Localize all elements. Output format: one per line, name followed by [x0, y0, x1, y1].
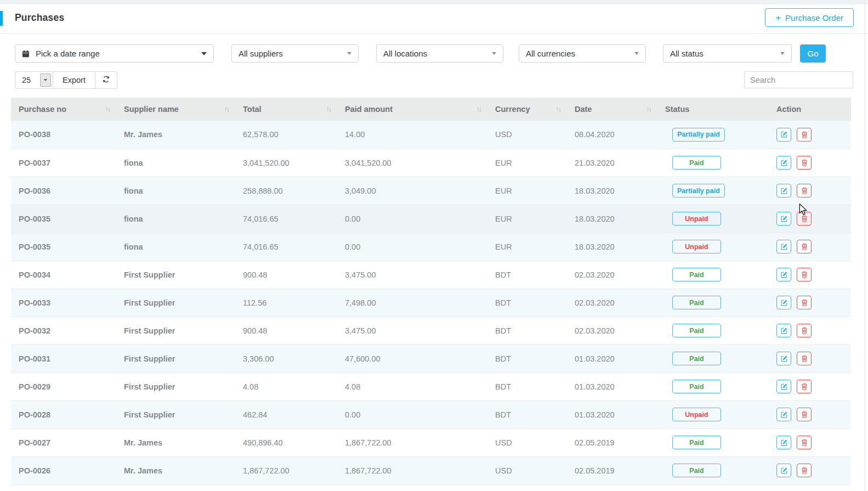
column-header-supplier-name[interactable]: Supplier name↑↓	[116, 98, 235, 121]
cell-status: Partially paid	[657, 121, 769, 149]
sort-icon[interactable]: ↑↓	[105, 105, 110, 113]
status-badge: Paid	[672, 352, 721, 365]
table-row[interactable]: PO-0026 Mr. James 1,867,722.00 1,867,722…	[11, 456, 851, 484]
delete-button[interactable]	[797, 380, 812, 393]
edit-button[interactable]	[776, 324, 791, 337]
trash-icon	[801, 215, 808, 222]
cell-status: Paid	[657, 456, 769, 484]
cell-date: 08.04.2020	[567, 121, 657, 149]
trash-icon	[801, 327, 808, 334]
cell-currency: BDT	[487, 345, 567, 373]
table-row[interactable]: PO-0038 Mr. James 62,578.00 14.00 USD 08…	[11, 121, 851, 149]
currencies-value: All currencies	[526, 49, 634, 58]
trash-icon	[801, 271, 808, 278]
edit-button[interactable]	[776, 212, 791, 225]
edit-button[interactable]	[776, 128, 791, 142]
edit-button[interactable]	[776, 296, 791, 309]
delete-button[interactable]	[797, 128, 812, 142]
export-button[interactable]: Export	[53, 71, 95, 89]
table-row[interactable]: PO-0036 fiona 258,888.00 3,049.00 EUR 18…	[11, 177, 851, 205]
delete-button[interactable]	[797, 296, 812, 309]
delete-button[interactable]	[797, 212, 812, 225]
purchase-order-button[interactable]: + Purchase Order	[765, 8, 854, 27]
delete-button[interactable]	[797, 352, 812, 365]
cell-currency: USD	[487, 456, 567, 484]
go-button[interactable]: Go	[800, 44, 826, 63]
chevron-down-icon	[634, 52, 639, 55]
table-row[interactable]: PO-0033 First Supplier 112.56 7,498.00 B…	[11, 289, 851, 317]
edit-button[interactable]	[776, 436, 791, 449]
delete-button[interactable]	[797, 464, 812, 477]
suppliers-select[interactable]: All suppliers	[231, 44, 359, 63]
table-row[interactable]: PO-0028 First Supplier 462.84 0.00 BDT 0…	[11, 400, 851, 428]
delete-button[interactable]	[797, 436, 812, 449]
cell-date: 02.03.2020	[567, 289, 657, 317]
table-row[interactable]: PO-0029 First Supplier 4.08 4.08 BDT 01.…	[11, 373, 851, 400]
edit-button[interactable]	[776, 464, 791, 477]
currencies-select[interactable]: All currencies	[519, 44, 646, 63]
scrollbar[interactable]	[865, 0, 865, 491]
table-row[interactable]: PO-0032 First Supplier 900.48 3,475.00 B…	[11, 317, 851, 345]
cell-supplier-name: fiona	[116, 177, 235, 205]
column-header-currency[interactable]: Currency↑↓	[487, 98, 567, 121]
status-badge: Paid	[672, 268, 721, 281]
calendar-icon	[22, 50, 30, 58]
cell-supplier-name: fiona	[116, 233, 235, 261]
sort-icon[interactable]: ↑↓	[556, 105, 561, 113]
status-select[interactable]: All status	[663, 44, 792, 63]
locations-select[interactable]: All locations	[376, 44, 503, 63]
cell-purchase-no: PO-0032	[11, 317, 116, 345]
cell-total: 3,041,520.00	[235, 149, 337, 177]
date-range-picker[interactable]: Pick a date range	[15, 44, 214, 63]
edit-icon	[780, 187, 788, 195]
column-header-status: Status	[657, 98, 769, 121]
edit-button[interactable]	[776, 240, 791, 253]
table-row[interactable]: PO-0034 First Supplier 900.48 3,475.00 B…	[11, 261, 851, 289]
status-value: All status	[670, 49, 780, 58]
edit-button[interactable]	[776, 268, 791, 281]
cell-supplier-name: Mr. James	[116, 428, 235, 456]
page-size-select[interactable]: 25	[15, 71, 53, 89]
edit-button[interactable]	[776, 352, 791, 365]
cell-action	[769, 456, 851, 484]
edit-button[interactable]	[776, 380, 791, 393]
cell-currency: USD	[487, 121, 567, 149]
delete-button[interactable]	[797, 156, 812, 170]
edit-button[interactable]	[776, 408, 791, 421]
column-header-purchase-no[interactable]: Purchase no↑↓	[11, 98, 116, 121]
cell-purchase-no: PO-0035	[11, 233, 116, 261]
cell-action	[769, 289, 851, 317]
edit-button[interactable]	[776, 156, 791, 170]
cell-action	[769, 345, 851, 373]
cell-status: Paid	[657, 261, 769, 289]
sort-icon[interactable]: ↑↓	[646, 105, 651, 113]
delete-button[interactable]	[797, 324, 812, 337]
delete-button[interactable]	[797, 408, 812, 421]
status-badge: Unpaid	[672, 240, 721, 253]
search-input[interactable]	[744, 71, 853, 88]
sort-icon[interactable]: ↑↓	[326, 105, 331, 113]
table-row[interactable]: PO-0031 First Supplier 3,306.00 47,600.0…	[11, 345, 851, 373]
refresh-button[interactable]	[95, 71, 117, 89]
column-header-total[interactable]: Total↑↓	[235, 98, 337, 121]
table-row[interactable]: PO-0035 fiona 74,016.65 0.00 EUR 18.03.2…	[11, 205, 851, 233]
cell-supplier-name: First Supplier	[116, 261, 235, 289]
column-header-paid-amount[interactable]: Paid amount↑↓	[337, 98, 487, 121]
cell-purchase-no: PO-0037	[11, 149, 116, 177]
cell-date: 02.03.2020	[567, 317, 657, 345]
delete-button[interactable]	[797, 240, 812, 253]
page-title: Purchases	[15, 12, 64, 24]
sort-icon[interactable]: ↑↓	[476, 105, 481, 113]
column-header-date[interactable]: Date↑↓	[567, 98, 657, 121]
status-badge: Partially paid	[672, 128, 725, 142]
table-row[interactable]: PO-0037 fiona 3,041,520.00 3,041,520.00 …	[11, 149, 851, 177]
table-row[interactable]: PO-0027 Mr. James 490,896.40 1,867,722.0…	[11, 428, 851, 456]
cell-action	[769, 149, 851, 177]
delete-button[interactable]	[797, 268, 812, 281]
sort-icon[interactable]: ↑↓	[224, 105, 229, 113]
delete-button[interactable]	[797, 184, 812, 197]
cell-total: 900.48	[235, 317, 337, 345]
table-row[interactable]: PO-0035 fiona 74,016.65 0.00 EUR 18.03.2…	[11, 233, 851, 261]
edit-button[interactable]	[776, 184, 791, 197]
chevron-down-icon	[347, 52, 351, 55]
